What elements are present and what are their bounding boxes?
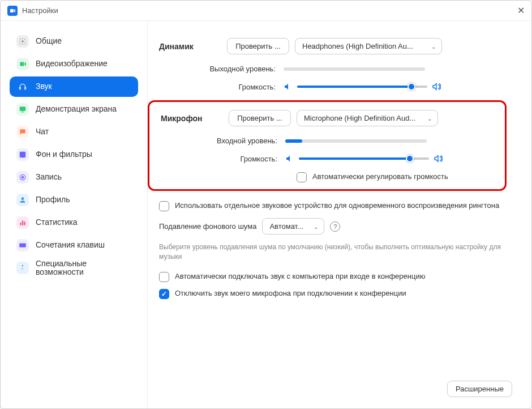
microphone-title: Микрофон <box>149 114 229 123</box>
noise-suppression-value: Автомат... <box>269 222 303 231</box>
noise-suppression-label: Подавление фонового шума <box>159 222 256 231</box>
sidebar-item-screenshare[interactable]: Демонстрация экрана <box>10 99 138 120</box>
sidebar-item-label: Сочетания клавиш <box>36 241 105 249</box>
gear-icon <box>16 35 29 48</box>
sidebar-item-recording[interactable]: Запись <box>10 167 138 188</box>
sidebar-item-label: Профиль <box>36 195 70 204</box>
speaker-device-select[interactable]: Headphones (High Definition Au... ⌄ <box>295 38 442 54</box>
mute-on-join-row: Отключить звук моего микрофона при подкл… <box>148 289 512 299</box>
svg-point-10 <box>22 265 23 266</box>
input-level-bar <box>285 139 427 143</box>
titlebar: Настройки ✕ <box>1 1 531 21</box>
auto-join-audio-row: Автоматически подключать звук с компьюте… <box>148 272 512 282</box>
separate-ringtone-checkbox[interactable] <box>159 201 169 211</box>
video-icon <box>16 58 29 70</box>
chevron-down-icon: ⌄ <box>431 43 436 49</box>
svg-point-0 <box>22 40 24 42</box>
headphones-icon <box>16 80 29 93</box>
sidebar-item-audio[interactable]: Звук <box>10 76 138 97</box>
svg-rect-7 <box>22 221 23 225</box>
content-area: Динамик Проверить ... Headphones (High D… <box>148 21 531 408</box>
test-microphone-button[interactable]: Проверить ... <box>229 110 291 126</box>
sidebar-item-label: Демонстрация экрана <box>36 105 117 113</box>
volume-low-icon <box>284 82 293 91</box>
sidebar-item-statistics[interactable]: Статистика <box>10 212 138 233</box>
chat-icon <box>16 126 29 138</box>
close-icon[interactable]: ✕ <box>517 5 525 16</box>
speaker-volume-slider[interactable] <box>297 86 427 88</box>
mic-volume-label: Громкость: <box>149 155 285 163</box>
microphone-highlight-box: Микрофон Проверить ... Microphone (High … <box>148 100 507 191</box>
app-icon <box>7 6 18 16</box>
volume-high-icon <box>434 154 443 163</box>
mute-on-join-checkbox[interactable] <box>159 289 169 299</box>
sidebar-item-label: Видеоизображение <box>36 59 108 68</box>
svg-point-4 <box>22 176 24 178</box>
sidebar-item-label: Запись <box>36 173 62 181</box>
auto-adjust-label: Автоматически регулировать громкость <box>312 172 497 182</box>
svg-point-5 <box>22 197 24 200</box>
sidebar-item-chat[interactable]: Чат <box>10 122 138 142</box>
sidebar-item-label: Общие <box>36 37 62 45</box>
record-icon <box>16 171 29 184</box>
auto-join-audio-label: Автоматически подключать звук с компьюте… <box>175 272 512 282</box>
sidebar-item-accessibility[interactable]: Специальные возможности <box>10 258 138 278</box>
mute-on-join-label: Отключить звук моего микрофона при подкл… <box>175 289 512 299</box>
help-icon[interactable]: ? <box>330 221 340 232</box>
sidebar-item-shortcuts[interactable]: Сочетания клавиш <box>10 235 138 255</box>
sidebar-item-background[interactable]: Фон и фильтры <box>10 144 138 165</box>
stats-icon <box>16 216 29 229</box>
svg-rect-1 <box>20 106 26 111</box>
sidebar-item-video[interactable]: Видеоизображение <box>10 54 138 74</box>
microphone-device-select[interactable]: Microphone (High Definition Aud... ⌄ <box>297 110 438 126</box>
speaker-section: Динамик Проверить ... Headphones (High D… <box>148 38 512 54</box>
output-level-bar <box>284 67 425 71</box>
svg-rect-2 <box>20 152 26 158</box>
auto-adjust-row: Автоматически регулировать громкость <box>149 172 497 182</box>
accessibility-icon <box>16 262 29 274</box>
microphone-section: Микрофон Проверить ... Microphone (High … <box>149 110 497 126</box>
auto-join-audio-checkbox[interactable] <box>159 272 169 282</box>
output-level-label: Выходной уровень: <box>148 65 284 73</box>
speaker-volume-label: Громкость: <box>148 83 284 91</box>
mic-volume-row: Громкость: <box>149 154 497 163</box>
noise-suppression-row: Подавление фонового шума Автомат... ⌄ ? <box>148 218 512 235</box>
chevron-down-icon: ⌄ <box>314 223 318 229</box>
sidebar-item-label: Фон и фильтры <box>36 150 92 159</box>
noise-suppression-select[interactable]: Автомат... ⌄ <box>262 218 324 235</box>
auto-adjust-checkbox[interactable] <box>297 172 307 182</box>
image-icon <box>16 148 29 161</box>
speaker-volume-row: Громкость: <box>148 82 512 91</box>
sidebar-item-label: Статистика <box>36 218 78 227</box>
sidebar-item-general[interactable]: Общие <box>10 31 138 52</box>
microphone-device-label: Microphone (High Definition Aud... <box>304 114 415 122</box>
advanced-button[interactable]: Расширенные <box>447 381 512 397</box>
sidebar-item-label: Специальные возможности <box>36 259 131 277</box>
test-speaker-button[interactable]: Проверить ... <box>227 38 289 54</box>
svg-rect-6 <box>20 223 21 225</box>
profile-icon <box>16 194 29 206</box>
volume-low-icon <box>285 154 294 163</box>
keyboard-icon <box>16 239 29 252</box>
svg-rect-8 <box>24 221 25 225</box>
chevron-down-icon: ⌄ <box>427 115 432 121</box>
noise-suppression-hint: Выберите уровень подавления шума по умол… <box>148 242 512 272</box>
microphone-volume-slider[interactable] <box>299 157 429 160</box>
input-level-label: Входной уровень: <box>149 137 285 145</box>
separate-ringtone-row: Использовать отдельное звуковое устройст… <box>148 201 512 211</box>
sidebar-item-profile[interactable]: Профиль <box>10 190 138 210</box>
volume-high-icon <box>432 82 441 91</box>
speaker-title: Динамик <box>148 42 227 51</box>
window-title: Настройки <box>22 6 58 15</box>
mic-input-level-row: Входной уровень: <box>149 137 497 145</box>
svg-rect-9 <box>19 244 26 248</box>
screen-icon <box>16 103 29 116</box>
settings-window: Настройки ✕ Общие Видеоизображение Звук … <box>0 0 532 409</box>
speaker-device-label: Headphones (High Definition Au... <box>302 42 413 50</box>
sidebar-item-label: Звук <box>36 82 52 91</box>
sidebar: Общие Видеоизображение Звук Демонстрация… <box>1 21 148 408</box>
speaker-output-level-row: Выходной уровень: <box>148 65 512 73</box>
separate-ringtone-label: Использовать отдельное звуковое устройст… <box>175 201 512 211</box>
sidebar-item-label: Чат <box>36 127 49 136</box>
